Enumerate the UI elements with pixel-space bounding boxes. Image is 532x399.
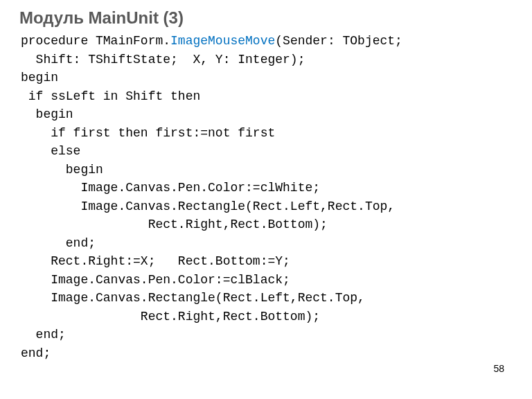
code-line-12: end; bbox=[21, 236, 96, 250]
code-line-3: begin bbox=[21, 71, 58, 85]
code-line-17: end; bbox=[21, 328, 66, 342]
code-line-15: Image.Canvas.Rectangle(Rect.Left,Rect.To… bbox=[21, 291, 365, 305]
page-title: Модуль MainUnit (3) bbox=[19, 8, 513, 28]
code-line-13: Rect.Right:=X; Rect.Bottom:=Y; bbox=[21, 254, 290, 268]
code-line-9: Image.Canvas.Pen.Color:=clWhite; bbox=[21, 181, 320, 195]
code-line-18: end; bbox=[21, 346, 51, 360]
code-line-6: if first then first:=not first bbox=[21, 126, 275, 140]
code-line-10: Image.Canvas.Rectangle(Rect.Left,Rect.To… bbox=[21, 200, 395, 213]
code-line-11: Rect.Right,Rect.Bottom); bbox=[21, 218, 328, 231]
code-line-14: Image.Canvas.Pen.Color:=clBlack; bbox=[21, 273, 290, 287]
code-line-1c: (Sender: TObject; bbox=[275, 34, 402, 48]
code-line-2: Shift: TShiftState; X, Y: Integer); bbox=[21, 53, 305, 66]
code-line-4: if ssLeft in Shift then bbox=[21, 89, 200, 103]
code-block: procedure TMainForm.ImageMouseMove(Sende… bbox=[21, 32, 513, 362]
page-number: 58 bbox=[493, 363, 504, 374]
code-line-1a: procedure TMainForm. bbox=[21, 34, 170, 48]
code-line-5: begin bbox=[21, 107, 73, 121]
code-highlight: ImageMouseMove bbox=[170, 34, 275, 48]
code-line-7: else bbox=[21, 144, 80, 158]
slide: Модуль MainUnit (3) procedure TMainForm.… bbox=[0, 0, 532, 399]
code-line-8: begin bbox=[21, 163, 103, 177]
code-line-16: Rect.Right,Rect.Bottom); bbox=[21, 310, 320, 323]
